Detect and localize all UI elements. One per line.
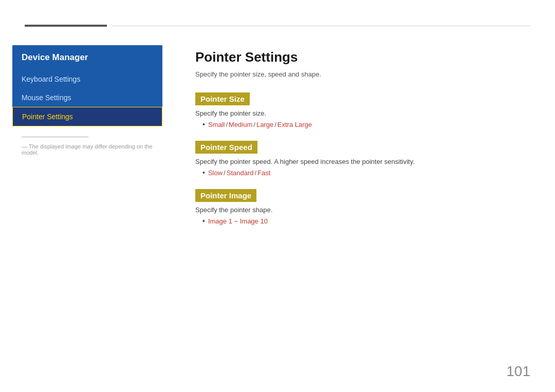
list-item-pointer-speed: Slow / Standard / Fast [202,169,514,177]
section-desc-pointer-image: Specify the pointer shape. [195,206,514,214]
section-heading-pointer-size: Pointer Size [195,92,250,105]
link-fast: Fast [257,169,270,177]
section-pointer-image: Pointer Image Specify the pointer shape.… [195,189,514,225]
link-large: Large [256,121,273,128]
section-pointer-speed: Pointer Speed Specify the pointer speed.… [195,141,514,177]
sidebar-title: Device Manager [12,45,162,70]
sidebar-item-mouse[interactable]: Mouse Settings [12,88,162,107]
section-heading-pointer-image: Pointer Image [195,189,256,202]
sidebar-item-pointer[interactable]: Pointer Settings [12,107,162,126]
sidebar-nav: Device Manager Keyboard Settings Mouse S… [12,45,162,126]
content-area: Pointer Settings Specify the pointer siz… [175,37,555,392]
list-item-pointer-size: Small / Medium / Large / Extra Large [202,120,514,128]
sidebar-divider [22,137,88,137]
section-pointer-size: Pointer Size Specify the pointer size. S… [195,92,514,128]
page-title: Pointer Settings [195,49,514,65]
main-layout: Device Manager Keyboard Settings Mouse S… [0,37,555,392]
section-list-pointer-size: Small / Medium / Large / Extra Large [195,120,514,128]
top-bars [0,25,555,27]
page-number: 101 [506,363,530,380]
link-medium: Medium [229,121,252,128]
link-extra-large: Extra Large [278,121,312,128]
page-subtitle: Specify the pointer size, speed and shap… [195,70,514,78]
link-image-range: Image 1 ~ Image 10 [208,217,268,225]
section-heading-pointer-speed: Pointer Speed [195,141,257,154]
section-desc-pointer-size: Specify the pointer size. [195,109,514,117]
section-list-pointer-image: Image 1 ~ Image 10 [195,217,514,225]
list-item-pointer-image: Image 1 ~ Image 10 [202,217,514,225]
section-list-pointer-speed: Slow / Standard / Fast [195,169,514,177]
section-desc-pointer-speed: Specify the pointer speed. A higher spee… [195,158,514,165]
sidebar-note: ― The displayed image may differ dependi… [12,143,162,156]
top-bar-light [112,26,530,26]
link-standard: Standard [227,169,254,177]
sidebar-item-keyboard[interactable]: Keyboard Settings [12,70,162,88]
link-small: Small [208,121,225,128]
link-slow: Slow [208,169,223,177]
top-bar-dark [25,25,107,27]
sidebar: Device Manager Keyboard Settings Mouse S… [0,37,175,392]
